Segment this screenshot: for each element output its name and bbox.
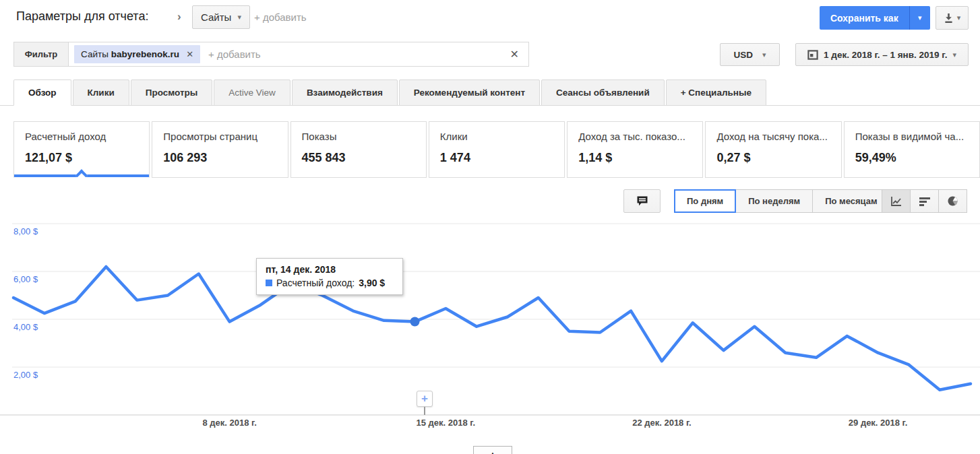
metric-card-impression-rpm[interactable]: Доход на тысячу пока... 0,27 $ [705,121,841,178]
chevron-down-icon: ▾ [952,51,956,59]
download-icon [944,13,954,24]
selected-card-notch [75,169,88,178]
chevron-down-icon: ▾ [918,14,922,22]
metric-card-rpm[interactable]: Доход за тыс. показо... 1,14 $ [567,121,703,178]
page-title: Параметры для отчета: [16,9,148,24]
save-as-menu-button[interactable]: ▾ [909,6,930,30]
revenue-line-chart[interactable]: 8,00 $6,00 $4,00 $2,00 $8 дек. 2018 г.15… [0,220,980,454]
pie-chart-icon [947,195,958,207]
currency-label: USD [733,50,753,60]
metric-label: Просмотры страниц [163,131,276,142]
metric-value: 59,49% [855,151,969,165]
y-axis-tick-label: 8,00 $ [13,226,38,236]
tooltip-series-label: Расчетный доход: [276,278,355,288]
date-range-button[interactable]: 1 дек. 2018 г. – 1 янв. 2019 г. ▾ [795,43,969,66]
metric-label: Доход на тысячу пока... [716,131,830,142]
chart-type-toggle [882,189,967,213]
series-color-swatch [266,280,272,286]
y-axis-tick-label: 6,00 $ [13,274,38,284]
tab-custom[interactable]: + Специальные [666,79,766,106]
add-report-parameter-link[interactable]: + добавить [254,11,307,23]
highlighted-data-point [410,317,419,327]
granularity-by-months[interactable]: По месяцам [812,189,890,213]
x-axis-tick-label: 15 дек. 2018 г. [417,418,476,428]
metric-label: Клики [440,131,553,142]
tab-ad-sessions[interactable]: Сеансы объявлений [541,79,665,106]
granularity-by-days[interactable]: По дням [674,189,736,213]
calendar-icon [807,49,818,60]
granularity-by-weeks[interactable]: По неделям [735,189,813,213]
tab-clicks[interactable]: Клики [73,79,129,106]
scroll-top-arrow-icon: ▲ [489,449,497,454]
save-as-split-button[interactable]: Сохранить как ▾ [820,6,930,30]
x-axis-tick-label: 22 дек. 2018 г. [632,418,692,428]
metric-value: 121,07 $ [25,151,138,165]
chevron-down-icon: ▾ [237,13,241,21]
comment-button[interactable] [623,189,661,213]
revenue-series-line [13,267,971,390]
download-button[interactable]: ▾ [936,6,969,30]
metric-label: Показы [302,131,415,142]
metric-value: 106 293 [163,151,276,165]
metric-value: 455 843 [302,151,415,165]
filter-bar[interactable]: Фильтр Сайты babyrebenok.ru ✕ + добавить… [13,42,529,67]
tab-views[interactable]: Просмотры [131,79,213,106]
bar-chart-icon [919,196,931,207]
filter-chip-dimension: Сайты [81,49,109,59]
dimension-dropdown-label: Сайты [201,11,231,23]
chart-type-pie-button[interactable] [938,189,967,213]
line-chart-icon [890,196,902,207]
breadcrumb-chevron-icon: › [177,10,181,24]
filter-add-placeholder[interactable]: + добавить [208,48,510,60]
adsense-report-page: Параметры для отчета: › Сайты ▾ + добави… [0,0,980,454]
metric-label: Показы в видимой ча... [855,131,969,142]
x-axis-tick-label: 29 дек. 2018 г. [849,418,908,428]
line-chart-canvas [0,220,980,454]
y-axis-tick-label: 4,00 $ [13,322,38,332]
currency-dropdown[interactable]: USD ▾ [720,43,780,66]
save-as-button[interactable]: Сохранить как [820,6,909,30]
granularity-toggle: По дням По неделям По месяцам [674,189,890,213]
x-axis-tick-label: 8 дек. 2018 г. [202,418,256,428]
filter-clear-icon[interactable]: ✕ [510,48,519,61]
filter-chip-sites[interactable]: Сайты babyrebenok.ru ✕ [74,45,200,63]
dimension-dropdown-button[interactable]: Сайты ▾ [192,5,250,29]
filter-label: Фильтр [14,42,69,66]
date-range-label: 1 дек. 2018 г. – 1 янв. 2019 г. [824,50,947,60]
metric-value: 0,27 $ [716,151,830,165]
metric-value: 1,14 $ [578,151,692,165]
metric-label: Доход за тыс. показо... [578,131,692,142]
tooltip-value: 3,90 $ [359,278,385,288]
chart-type-line-button[interactable] [882,189,911,213]
metric-card-page-views[interactable]: Просмотры страниц 106 293 [152,121,288,178]
tab-interactions[interactable]: Взаимодействия [292,79,398,106]
chart-tooltip: пт, 14 дек. 2018 Расчетный доход: 3,90 $ [256,258,403,295]
y-axis-tick-label: 2,00 $ [13,370,38,380]
chip-remove-icon[interactable]: ✕ [186,49,193,59]
tab-recommended-content[interactable]: Рекомендуемый контент [399,79,540,106]
comment-icon [636,195,648,207]
metric-value: 1 474 [440,151,553,165]
metric-card-estimated-revenue[interactable]: Расчетный доход 121,07 $ [13,121,150,178]
metric-card-clicks[interactable]: Клики 1 474 [429,121,565,178]
tab-active-view[interactable]: Active View [214,79,290,106]
report-tabs: Обзор Клики Просмотры Active View Взаимо… [13,79,766,106]
filter-chip-value: babyrebenok.ru [111,49,179,59]
annotation-add-button[interactable]: + [417,391,433,407]
chevron-down-icon: ▾ [957,14,961,22]
metric-label: Расчетный доход [25,131,138,142]
metric-card-impressions[interactable]: Показы 455 843 [290,121,427,178]
tooltip-date: пт, 14 дек. 2018 [266,264,394,275]
metric-cards: Расчетный доход 121,07 $ Просмотры стран… [13,121,980,178]
chevron-down-icon: ▾ [762,51,766,59]
annotation-tick-mark [424,407,425,415]
scroll-to-top-button[interactable]: ▲ [473,446,512,454]
tab-overview[interactable]: Обзор [13,79,71,106]
chart-type-bar-button[interactable] [910,189,939,213]
metric-card-viewability[interactable]: Показы в видимой ча... 59,49% [844,121,980,178]
